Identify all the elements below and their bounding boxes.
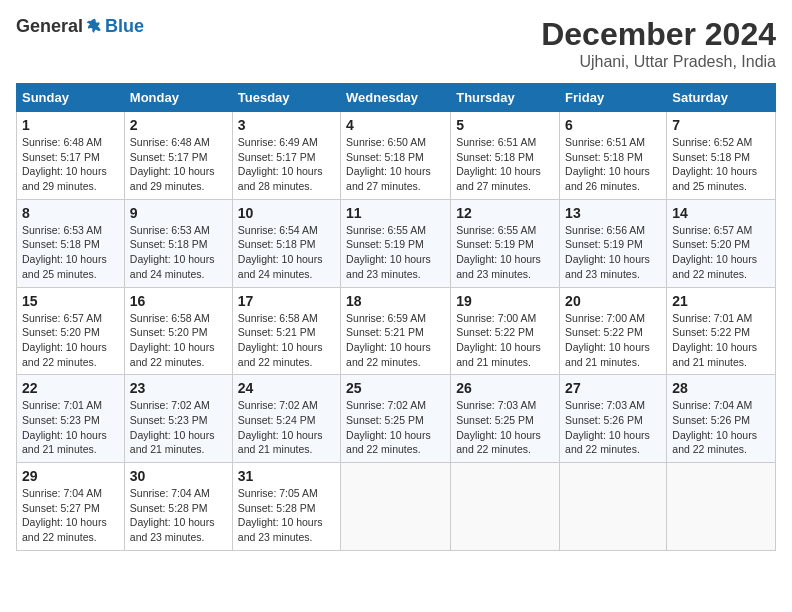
day-info: Sunrise: 6:57 AM Sunset: 5:20 PM Dayligh… [672,223,770,282]
calendar-cell: 9 Sunrise: 6:53 AM Sunset: 5:18 PM Dayli… [124,199,232,287]
day-number: 2 [130,117,227,133]
day-number: 24 [238,380,335,396]
day-info: Sunrise: 6:54 AM Sunset: 5:18 PM Dayligh… [238,223,335,282]
logo-blue-text: Blue [105,16,144,37]
day-number: 14 [672,205,770,221]
calendar-week-row: 15 Sunrise: 6:57 AM Sunset: 5:20 PM Dayl… [17,287,776,375]
day-number: 20 [565,293,661,309]
calendar-cell: 19 Sunrise: 7:00 AM Sunset: 5:22 PM Dayl… [451,287,560,375]
day-number: 8 [22,205,119,221]
day-number: 29 [22,468,119,484]
day-number: 21 [672,293,770,309]
day-number: 31 [238,468,335,484]
calendar-cell: 2 Sunrise: 6:48 AM Sunset: 5:17 PM Dayli… [124,112,232,200]
calendar-cell: 14 Sunrise: 6:57 AM Sunset: 5:20 PM Dayl… [667,199,776,287]
day-info: Sunrise: 7:04 AM Sunset: 5:26 PM Dayligh… [672,398,770,457]
location-title: Ujhani, Uttar Pradesh, India [541,53,776,71]
day-info: Sunrise: 6:59 AM Sunset: 5:21 PM Dayligh… [346,311,445,370]
day-number: 13 [565,205,661,221]
day-number: 17 [238,293,335,309]
day-number: 16 [130,293,227,309]
day-number: 7 [672,117,770,133]
day-info: Sunrise: 6:52 AM Sunset: 5:18 PM Dayligh… [672,135,770,194]
calendar-week-row: 8 Sunrise: 6:53 AM Sunset: 5:18 PM Dayli… [17,199,776,287]
calendar-cell [451,463,560,551]
day-info: Sunrise: 6:50 AM Sunset: 5:18 PM Dayligh… [346,135,445,194]
calendar-cell: 11 Sunrise: 6:55 AM Sunset: 5:19 PM Dayl… [341,199,451,287]
page-header: General Blue December 2024 Ujhani, Uttar… [16,16,776,71]
day-number: 10 [238,205,335,221]
day-info: Sunrise: 6:55 AM Sunset: 5:19 PM Dayligh… [346,223,445,282]
calendar-cell: 12 Sunrise: 6:55 AM Sunset: 5:19 PM Dayl… [451,199,560,287]
calendar-table: SundayMondayTuesdayWednesdayThursdayFrid… [16,83,776,551]
calendar-cell: 22 Sunrise: 7:01 AM Sunset: 5:23 PM Dayl… [17,375,125,463]
day-number: 25 [346,380,445,396]
calendar-cell: 28 Sunrise: 7:04 AM Sunset: 5:26 PM Dayl… [667,375,776,463]
day-info: Sunrise: 6:58 AM Sunset: 5:21 PM Dayligh… [238,311,335,370]
day-number: 22 [22,380,119,396]
day-number: 18 [346,293,445,309]
calendar-cell: 25 Sunrise: 7:02 AM Sunset: 5:25 PM Dayl… [341,375,451,463]
day-info: Sunrise: 7:05 AM Sunset: 5:28 PM Dayligh… [238,486,335,545]
day-info: Sunrise: 6:56 AM Sunset: 5:19 PM Dayligh… [565,223,661,282]
calendar-cell: 15 Sunrise: 6:57 AM Sunset: 5:20 PM Dayl… [17,287,125,375]
calendar-header-row: SundayMondayTuesdayWednesdayThursdayFrid… [17,84,776,112]
logo-bird-icon [85,17,105,37]
calendar-cell: 10 Sunrise: 6:54 AM Sunset: 5:18 PM Dayl… [232,199,340,287]
day-number: 23 [130,380,227,396]
day-info: Sunrise: 6:48 AM Sunset: 5:17 PM Dayligh… [130,135,227,194]
calendar-cell: 17 Sunrise: 6:58 AM Sunset: 5:21 PM Dayl… [232,287,340,375]
day-number: 5 [456,117,554,133]
day-number: 12 [456,205,554,221]
calendar-cell: 26 Sunrise: 7:03 AM Sunset: 5:25 PM Dayl… [451,375,560,463]
calendar-cell: 8 Sunrise: 6:53 AM Sunset: 5:18 PM Dayli… [17,199,125,287]
weekday-header-wednesday: Wednesday [341,84,451,112]
calendar-cell: 7 Sunrise: 6:52 AM Sunset: 5:18 PM Dayli… [667,112,776,200]
day-number: 27 [565,380,661,396]
day-info: Sunrise: 6:51 AM Sunset: 5:18 PM Dayligh… [456,135,554,194]
calendar-cell [341,463,451,551]
day-number: 19 [456,293,554,309]
weekday-header-sunday: Sunday [17,84,125,112]
calendar-cell [560,463,667,551]
calendar-week-row: 29 Sunrise: 7:04 AM Sunset: 5:27 PM Dayl… [17,463,776,551]
day-number: 15 [22,293,119,309]
day-info: Sunrise: 6:57 AM Sunset: 5:20 PM Dayligh… [22,311,119,370]
weekday-header-tuesday: Tuesday [232,84,340,112]
day-number: 6 [565,117,661,133]
calendar-cell: 21 Sunrise: 7:01 AM Sunset: 5:22 PM Dayl… [667,287,776,375]
calendar-cell: 4 Sunrise: 6:50 AM Sunset: 5:18 PM Dayli… [341,112,451,200]
day-info: Sunrise: 6:58 AM Sunset: 5:20 PM Dayligh… [130,311,227,370]
day-info: Sunrise: 6:53 AM Sunset: 5:18 PM Dayligh… [130,223,227,282]
weekday-header-friday: Friday [560,84,667,112]
day-info: Sunrise: 6:49 AM Sunset: 5:17 PM Dayligh… [238,135,335,194]
day-info: Sunrise: 7:03 AM Sunset: 5:26 PM Dayligh… [565,398,661,457]
day-number: 11 [346,205,445,221]
calendar-cell: 3 Sunrise: 6:49 AM Sunset: 5:17 PM Dayli… [232,112,340,200]
day-info: Sunrise: 6:53 AM Sunset: 5:18 PM Dayligh… [22,223,119,282]
weekday-header-saturday: Saturday [667,84,776,112]
day-info: Sunrise: 6:55 AM Sunset: 5:19 PM Dayligh… [456,223,554,282]
day-info: Sunrise: 7:01 AM Sunset: 5:23 PM Dayligh… [22,398,119,457]
logo-general-text: General [16,16,83,37]
day-number: 4 [346,117,445,133]
logo: General Blue [16,16,144,37]
calendar-week-row: 1 Sunrise: 6:48 AM Sunset: 5:17 PM Dayli… [17,112,776,200]
calendar-cell: 13 Sunrise: 6:56 AM Sunset: 5:19 PM Dayl… [560,199,667,287]
calendar-cell: 30 Sunrise: 7:04 AM Sunset: 5:28 PM Dayl… [124,463,232,551]
calendar-cell: 20 Sunrise: 7:00 AM Sunset: 5:22 PM Dayl… [560,287,667,375]
day-info: Sunrise: 6:51 AM Sunset: 5:18 PM Dayligh… [565,135,661,194]
calendar-cell: 18 Sunrise: 6:59 AM Sunset: 5:21 PM Dayl… [341,287,451,375]
day-info: Sunrise: 7:00 AM Sunset: 5:22 PM Dayligh… [456,311,554,370]
calendar-cell: 24 Sunrise: 7:02 AM Sunset: 5:24 PM Dayl… [232,375,340,463]
weekday-header-thursday: Thursday [451,84,560,112]
calendar-cell: 31 Sunrise: 7:05 AM Sunset: 5:28 PM Dayl… [232,463,340,551]
day-number: 30 [130,468,227,484]
calendar-cell: 23 Sunrise: 7:02 AM Sunset: 5:23 PM Dayl… [124,375,232,463]
day-info: Sunrise: 7:02 AM Sunset: 5:25 PM Dayligh… [346,398,445,457]
day-info: Sunrise: 7:01 AM Sunset: 5:22 PM Dayligh… [672,311,770,370]
calendar-cell: 16 Sunrise: 6:58 AM Sunset: 5:20 PM Dayl… [124,287,232,375]
day-info: Sunrise: 7:04 AM Sunset: 5:28 PM Dayligh… [130,486,227,545]
month-title: December 2024 [541,16,776,53]
day-info: Sunrise: 7:00 AM Sunset: 5:22 PM Dayligh… [565,311,661,370]
